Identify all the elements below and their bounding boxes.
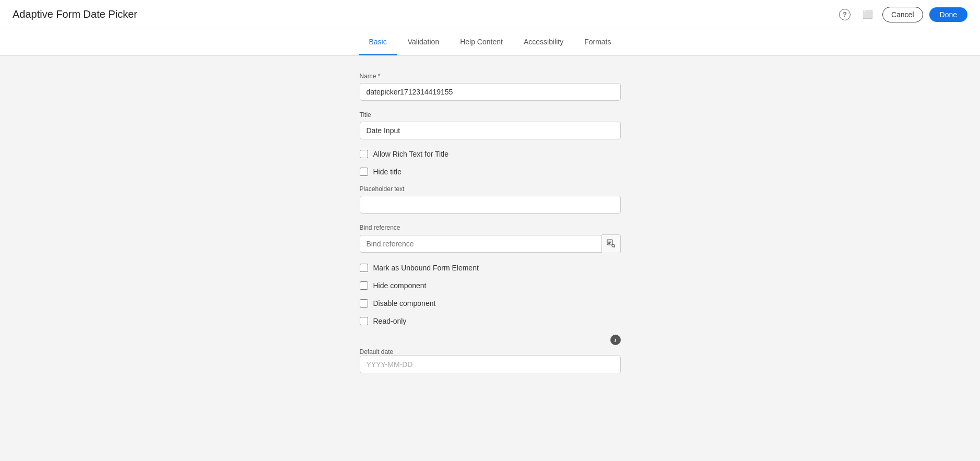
help-icon: ? xyxy=(839,9,851,20)
name-label: Name * xyxy=(360,73,621,80)
title-input[interactable] xyxy=(360,122,621,139)
tab-formats[interactable]: Formats xyxy=(574,29,621,55)
bind-reference-input[interactable] xyxy=(360,235,602,253)
name-group: Name * xyxy=(360,73,621,101)
title-label: Title xyxy=(360,111,621,119)
page-title: Adaptive Form Date Picker xyxy=(13,8,137,20)
placeholder-input[interactable] xyxy=(360,196,621,214)
info-icon-text: i xyxy=(615,337,616,343)
cancel-button[interactable]: Cancel xyxy=(882,7,923,22)
help-button[interactable]: ? xyxy=(836,6,853,23)
allow-rich-text-checkbox[interactable] xyxy=(360,150,368,158)
hide-component-label[interactable]: Hide component xyxy=(373,281,427,290)
default-date-header: i xyxy=(360,335,621,345)
tab-validation[interactable]: Validation xyxy=(397,29,450,55)
svg-rect-2 xyxy=(608,242,611,242)
placeholder-label: Placeholder text xyxy=(360,185,621,193)
disable-component-label[interactable]: Disable component xyxy=(373,299,436,308)
hide-component-checkbox[interactable] xyxy=(360,281,368,290)
name-input[interactable] xyxy=(360,83,621,101)
tab-accessibility[interactable]: Accessibility xyxy=(513,29,574,55)
allow-rich-text-label[interactable]: Allow Rich Text for Title xyxy=(373,150,448,158)
bind-reference-search-button[interactable] xyxy=(602,234,621,253)
bind-reference-row xyxy=(360,234,621,253)
tab-basic[interactable]: Basic xyxy=(359,29,397,55)
read-only-row: Read-only xyxy=(360,317,621,325)
svg-rect-1 xyxy=(608,241,611,241)
hide-title-checkbox[interactable] xyxy=(360,168,368,176)
hide-component-row: Hide component xyxy=(360,281,621,290)
default-date-input[interactable] xyxy=(360,356,621,373)
header: Adaptive Form Date Picker ? ⬜ Cancel Don… xyxy=(0,0,980,29)
header-actions: ? ⬜ Cancel Done xyxy=(836,6,967,23)
placeholder-group: Placeholder text xyxy=(360,185,621,214)
tabs: Basic Validation Help Content Accessibil… xyxy=(359,29,622,55)
allow-rich-text-row: Allow Rich Text for Title xyxy=(360,150,621,158)
screen-icon: ⬜ xyxy=(863,9,873,19)
bind-reference-label: Bind reference xyxy=(360,224,621,231)
form-panel: Name * Title Allow Rich Text for Title H… xyxy=(360,73,621,443)
mark-unbound-label[interactable]: Mark as Unbound Form Element xyxy=(373,264,479,272)
tabs-container: Basic Validation Help Content Accessibil… xyxy=(0,29,980,56)
read-only-label[interactable]: Read-only xyxy=(373,317,407,325)
disable-component-row: Disable component xyxy=(360,299,621,308)
default-date-label: Default date xyxy=(360,348,394,356)
screen-toggle-button[interactable]: ⬜ xyxy=(859,6,876,23)
mark-unbound-checkbox[interactable] xyxy=(360,264,368,272)
main-content: Name * Title Allow Rich Text for Title H… xyxy=(0,56,980,460)
bind-reference-group: Bind reference xyxy=(360,224,621,253)
bind-search-icon xyxy=(607,239,615,249)
disable-component-checkbox[interactable] xyxy=(360,299,368,308)
default-date-info-icon[interactable]: i xyxy=(610,335,621,345)
svg-rect-3 xyxy=(608,243,610,244)
default-date-group: i Default date xyxy=(360,335,621,373)
svg-line-5 xyxy=(615,246,615,247)
mark-unbound-row: Mark as Unbound Form Element xyxy=(360,264,621,272)
title-group: Title xyxy=(360,111,621,139)
hide-title-label[interactable]: Hide title xyxy=(373,168,402,176)
tab-help-content[interactable]: Help Content xyxy=(450,29,513,55)
hide-title-row: Hide title xyxy=(360,168,621,176)
done-button[interactable]: Done xyxy=(929,7,967,22)
read-only-checkbox[interactable] xyxy=(360,317,368,325)
